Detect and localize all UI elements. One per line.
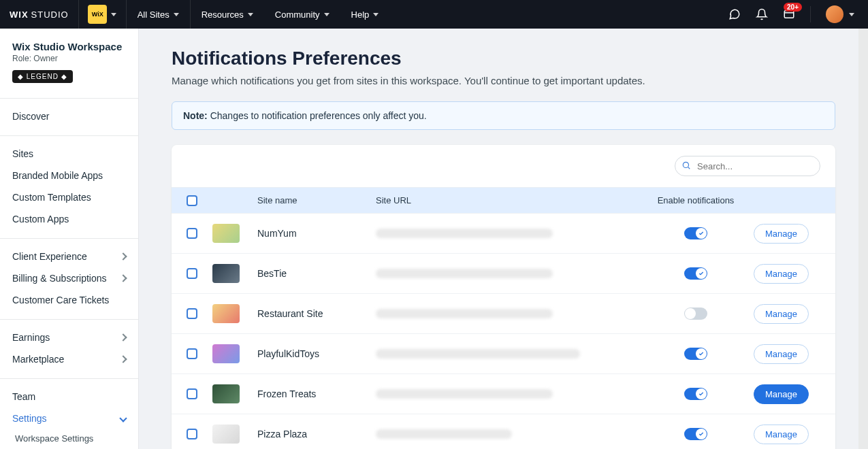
search-input[interactable]: [675, 156, 820, 176]
sidebar-item-label: Settings: [12, 413, 47, 424]
sidebar-item-custom-templates[interactable]: Custom Templates: [0, 186, 138, 208]
sidebar-item-client-experience[interactable]: Client Experience: [0, 246, 138, 267]
notification-badge: 20+: [784, 3, 802, 12]
sidebar-item-label: Client Experience: [12, 251, 87, 262]
chevron-down-icon: [373, 13, 379, 16]
site-name: Pizza Plaza: [257, 429, 307, 439]
enable-notifications-toggle[interactable]: [684, 428, 707, 440]
svg-point-1: [683, 162, 688, 167]
nav-resources[interactable]: Resources: [191, 0, 264, 29]
table-row: Restaurant SiteManage: [172, 293, 835, 333]
table-row: BesTieManage: [172, 253, 835, 293]
site-url-redacted: [376, 309, 553, 318]
enable-notifications-toggle[interactable]: [684, 267, 707, 280]
site-name: PlayfulKidToys: [257, 348, 319, 359]
site-thumbnail: [212, 224, 240, 243]
enable-notifications-toggle[interactable]: [684, 307, 707, 320]
sidebar-item-discover[interactable]: Discover: [0, 105, 138, 127]
app-switcher[interactable]: WiX: [79, 0, 127, 29]
table-row: PlayfulKidToysManage: [172, 333, 835, 373]
manage-button[interactable]: Manage: [754, 224, 809, 244]
chat-icon[interactable]: [728, 8, 741, 20]
manage-button[interactable]: Manage: [754, 264, 809, 284]
nav-resources-label: Resources: [202, 10, 244, 20]
site-name: Frozen Treats: [257, 388, 316, 399]
header-site-url: Site URL: [376, 195, 638, 205]
sidebar-item-team[interactable]: Team: [0, 386, 138, 408]
inbox-icon[interactable]: 20+: [783, 8, 795, 20]
bell-icon[interactable]: [756, 8, 768, 20]
site-thumbnail: [212, 344, 240, 363]
workspace-title: Wix Studio Workspace: [12, 41, 126, 52]
site-url-redacted: [376, 429, 512, 439]
nav-all-sites-label: All Sites: [138, 10, 170, 20]
table-body: NumYumManageBesTieManageRestaurant SiteM…: [172, 213, 835, 449]
nav-community-label: Community: [275, 10, 320, 20]
sidebar: Wix Studio Workspace Role: Owner ◆ LEGEN…: [0, 29, 139, 449]
sidebar-item-care-tickets[interactable]: Customer Care Tickets: [0, 289, 138, 311]
nav-help[interactable]: Help: [340, 0, 390, 29]
chevron-down-icon: [849, 13, 854, 16]
topbar-actions: 20+: [728, 5, 868, 23]
manage-button[interactable]: Manage: [754, 304, 809, 324]
site-name: BesTie: [257, 268, 287, 279]
sidebar-sub-workspace-settings[interactable]: Workspace Settings: [0, 429, 138, 448]
site-url-redacted: [376, 269, 553, 278]
sidebar-item-branded-mobile[interactable]: Branded Mobile Apps: [0, 165, 138, 186]
site-url-redacted: [376, 389, 553, 399]
nav-community[interactable]: Community: [264, 0, 340, 29]
search-wrap: [675, 156, 820, 176]
site-thumbnail: [212, 264, 240, 283]
table-row: NumYumManage: [172, 213, 835, 253]
header-enable-notifications: Enable notifications: [638, 195, 754, 205]
workspace-header: Wix Studio Workspace Role: Owner ◆ LEGEN…: [0, 29, 138, 90]
nav-help-label: Help: [351, 10, 370, 20]
sidebar-item-label: Marketplace: [12, 354, 64, 365]
sidebar-item-billing[interactable]: Billing & Subscriptions: [0, 267, 138, 289]
row-checkbox[interactable]: [187, 228, 197, 239]
sidebar-item-label: Earnings: [12, 332, 50, 343]
row-checkbox[interactable]: [187, 429, 197, 439]
nav-all-sites[interactable]: All Sites: [127, 0, 191, 29]
select-all-checkbox[interactable]: [187, 195, 197, 206]
workspace-role: Role: Owner: [12, 54, 126, 63]
sidebar-item-label: Billing & Subscriptions: [12, 273, 107, 284]
page-description: Manage which notifications you get from …: [172, 75, 835, 86]
site-thumbnail: [212, 425, 240, 444]
site-name: Restaurant Site: [257, 308, 323, 319]
row-checkbox[interactable]: [187, 308, 197, 319]
row-checkbox[interactable]: [187, 388, 197, 399]
chevron-down-icon: [111, 13, 116, 16]
main-content: Notifications Preferences Manage which n…: [139, 29, 868, 449]
sidebar-item-settings[interactable]: Settings: [0, 408, 138, 429]
sites-card: Site name Site URL Enable notifications …: [172, 145, 835, 449]
manage-button[interactable]: Manage: [754, 425, 809, 444]
manage-button[interactable]: Manage: [754, 384, 809, 404]
svg-rect-0: [784, 11, 794, 18]
sidebar-item-earnings[interactable]: Earnings: [0, 327, 138, 348]
site-url-redacted: [376, 349, 580, 359]
avatar[interactable]: [826, 5, 843, 23]
page-title: Notifications Preferences: [172, 48, 835, 69]
enable-notifications-toggle[interactable]: [684, 348, 707, 360]
table-row: Pizza PlazaManage: [172, 414, 835, 449]
sidebar-item-sites[interactable]: Sites: [0, 143, 138, 165]
scrollbar[interactable]: [858, 29, 868, 449]
chevron-down-icon: [324, 13, 329, 16]
enable-notifications-toggle[interactable]: [684, 388, 707, 400]
note-label: Note:: [183, 110, 208, 121]
sidebar-item-marketplace[interactable]: Marketplace: [0, 348, 138, 370]
wix-studio-logo[interactable]: WIXSTUDIO: [0, 0, 79, 29]
manage-button[interactable]: Manage: [754, 344, 809, 364]
row-checkbox[interactable]: [187, 268, 197, 279]
enable-notifications-toggle[interactable]: [684, 227, 707, 239]
table-header: Site name Site URL Enable notifications: [172, 187, 835, 213]
table-row: Frozen TreatsManage: [172, 373, 835, 414]
note-box: Note: Changes to notification preference…: [172, 101, 835, 130]
note-text: Changes to notification preferences only…: [208, 110, 427, 121]
chevron-down-icon: [174, 13, 179, 16]
sidebar-item-custom-apps[interactable]: Custom Apps: [0, 208, 138, 230]
header-site-name: Site name: [257, 195, 376, 205]
site-url-redacted: [376, 229, 553, 238]
row-checkbox[interactable]: [187, 348, 197, 359]
